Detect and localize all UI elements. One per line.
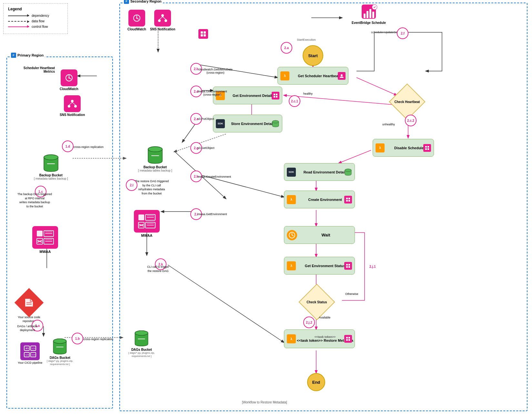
get-environment-status-label: Get Environment Status [305,264,345,268]
annotation-1c: The backup DAG triggeredat RPO intervalw… [10,192,60,208]
mwaa-badge-2 [272,92,279,99]
source-code-repo-container: Your source coderepository [18,292,40,323]
sns-secondary-label: SNS Notification [150,27,175,31]
svg-rect-58 [346,198,348,199]
secondary-dags-bucket-label: DAGs Bucket [128,348,155,351]
mwaa-badge-3 [423,144,431,152]
cicd-pipeline-icon: </> </> </> </> [20,342,40,360]
secondary-dags-bucket-container: DAGs Bucket [ dags/*.py, plugins.zip,req… [128,329,155,358]
svg-text:</>: </> [32,353,35,356]
svg-rect-59 [348,198,350,199]
source-code-repo-icon [15,288,44,318]
svg-rect-38 [204,34,206,36]
secondary-backup-bucket-container: Backup Bucket [ metadata tables backup ] [138,145,172,172]
secondary-mwaa-label: MWAA [134,234,160,237]
secondary-region-label: F Secondary Region [123,0,163,4]
legend-dependency: dependency [8,14,63,17]
svg-point-30 [161,14,164,17]
step-1d: 1.d [62,141,74,152]
primary-backup-bucket-container: Backup Bucket [ metadata tables backup ] [34,153,68,180]
read-environment-details-box: SDK Read Environment Details [284,163,355,181]
secondary-region-text: Secondary Region [130,0,162,3]
svg-line-34 [163,17,166,19]
secondary-mwaa-container: MWAA [134,210,160,237]
svg-point-81 [44,155,58,160]
svg-rect-70 [348,337,350,339]
svg-rect-36 [204,31,206,34]
scheduler-heartbeat-metrics-label: Scheduler Heartbeat Metrics [13,66,55,73]
stepfunctions-icon [198,29,208,39]
cloudwatch-secondary-label: CloudWatch [127,27,146,31]
svg-point-74 [68,77,70,78]
store-environment-details-label: Store Environment Details [231,122,276,126]
annotation-2k: CLI call to triggerthe restore DAG [134,265,182,273]
legend-dependency-label: dependency [32,14,49,17]
annotation-2b: cloudwatch.GetMetricData(cross-region) [198,68,233,74]
svg-rect-67 [346,266,348,268]
step-2c2: 2.c.2 [405,115,417,126]
svg-text:</>: </> [25,353,29,356]
legend-dataflow: data flow [8,19,63,23]
workflow-label: [Workflow to Restore Metadata] [242,401,287,404]
svg-point-32 [165,19,167,22]
annotation-2h: mwaa.CreateEnvironment [197,175,231,178]
svg-point-51 [272,120,279,123]
wait-label: Wait [322,233,330,237]
sns-primary-icon [64,95,81,112]
primary-backup-bucket-sublabel: [ metadata tables backup ] [34,177,68,180]
mwaa-badge-1 [338,72,346,80]
primary-mwaa-label: MWAA [32,250,58,254]
svg-rect-47 [276,94,277,95]
primary-dags-bucket-label: DAGs Bucket [47,356,73,360]
annotation-2d: mwaa.GetEnvironment(cross-region) [197,90,227,96]
svg-rect-48 [274,96,275,98]
svg-line-33 [159,17,163,19]
lambda-icon-4: λ [287,195,296,204]
create-environment-label: Create Environment [308,198,342,202]
step-2I: 2.I [126,179,137,191]
svg-text:</>: </> [32,347,35,350]
secondary-region-icon: F [124,0,129,4]
step-2j2: 2.j.2 [303,317,315,328]
legend-box: Legend dependency data flow control flow [3,3,68,34]
eventbridge-icon [360,3,377,20]
legend-title: Legend [8,7,63,11]
end-node: End [307,373,325,391]
sns-primary-label: SNS Notification [60,113,85,117]
legend-controlflow: control flow [8,25,63,28]
unhealthy-label: unhealthy [382,123,395,126]
healthy-label: healthy [303,92,313,95]
svg-rect-46 [274,94,275,95]
primary-region-icon: F [11,53,16,58]
get-environment-status-box: λ Get Environment Status [284,257,355,275]
primary-region-text: Primary Region [17,53,44,57]
sns-secondary-container: SNS Notification [150,10,175,31]
lambda-icon-3: λ [376,143,385,152]
start-execution-label: StartExecution [297,38,316,41]
sdk-icon-2: SDK [287,168,296,177]
lambda-icon-5: λ [287,261,296,270]
secondary-dags-bucket-sublabel: [ dags/*.py, plugins.zip,requirements.tx… [128,351,155,358]
sns-primary-container: SNS Notification [60,95,85,117]
disable-schedule-label: Disable Schedule [394,146,424,150]
secondary-backup-bucket-icon [146,145,165,165]
primary-backup-bucket-label: Backup Bucket [34,173,68,177]
available-label: Available [319,316,330,319]
mwaa-badge-4 [344,196,352,203]
mwaa-badge-5 [344,262,352,270]
mwaa-badge-6 [344,335,352,343]
primary-backup-bucket-icon [41,153,61,173]
svg-point-75 [71,100,74,102]
annotation-2g: s3.GetObject [197,146,215,150]
svg-rect-53 [427,146,429,148]
s3-badge-2 [344,168,352,176]
step-2c1: 2.c.1 [289,95,300,107]
secondary-dags-bucket-icon [133,329,150,347]
svg-point-45 [341,74,343,76]
primary-dags-bucket-sublabel: [ dags/*.py, plugins.zip,requirements.tx… [47,360,73,366]
primary-dags-bucket-container: DAGs Bucket [ dags/*.py, plugins.zip,req… [47,338,73,366]
otherwise-label: Otherwise [345,292,358,296]
primary-mwaa-container: MWAA [32,226,58,254]
svg-rect-55 [427,148,429,150]
step-2j1: 2.j.1 [369,265,376,268]
